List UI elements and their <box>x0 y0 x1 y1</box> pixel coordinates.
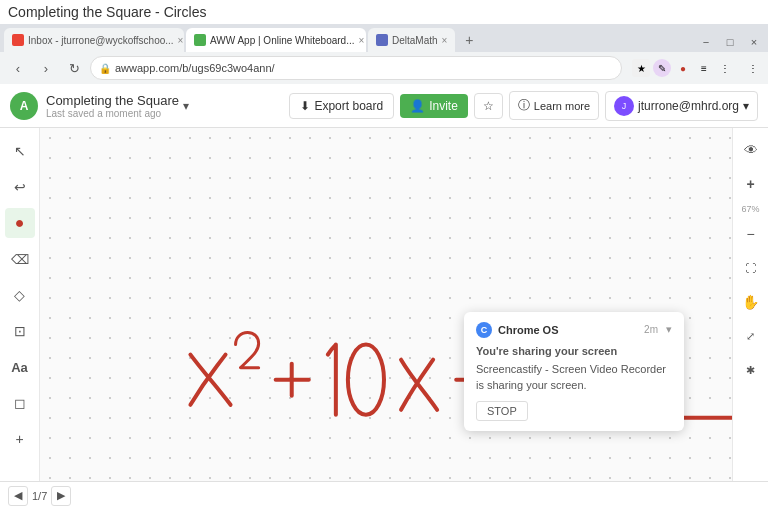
tab-aww-close[interactable]: × <box>359 35 365 46</box>
text-tool[interactable]: Aa <box>5 352 35 382</box>
aww-favicon <box>194 34 206 46</box>
star-icon: ☆ <box>483 99 494 113</box>
notification-body: You're sharing your screen Screencastify… <box>476 344 672 393</box>
pan-button[interactable]: ✋ <box>737 288 765 316</box>
extension-icons: ★ ✎ ● ≡ ⋮ <box>632 59 734 77</box>
aww-board-subtitle: Last saved a moment ago <box>46 108 179 119</box>
browser-tab-inbox[interactable]: Inbox - jturrone@wyckoffschoo... × <box>4 28 184 52</box>
gmail-favicon <box>12 34 24 46</box>
tab-aww-label: AWW App | Online Whiteboard... <box>210 35 355 46</box>
add-icon: + <box>15 431 23 447</box>
fit-screen-icon: ⛶ <box>745 262 756 274</box>
undo-icon: ↩ <box>14 179 26 195</box>
address-bar[interactable]: 🔒 awwapp.com/b/ugs69c3wo4ann/ <box>90 56 622 80</box>
plus-icon: + <box>746 176 754 192</box>
fullscreen-button[interactable]: ⤢ <box>737 322 765 350</box>
notification-dropdown-icon[interactable]: ▾ <box>666 323 672 336</box>
left-sidebar: ↖ ↩ ● ⌫ ◇ ⊡ Aa ◻ + <box>0 128 40 481</box>
ext-icon-4[interactable]: ≡ <box>695 59 713 77</box>
page-title-bar: Completing the Square - Circles <box>0 0 768 24</box>
browser-tab-deltamath[interactable]: DeltaMath × <box>368 28 455 52</box>
prev-icon: ◀ <box>14 489 22 502</box>
ext-icon-1[interactable]: ★ <box>632 59 650 77</box>
board-dropdown-button[interactable]: ▾ <box>183 99 189 113</box>
minimize-button[interactable]: − <box>696 32 716 52</box>
export-icon: ⬇ <box>300 99 310 113</box>
insert-tool[interactable]: ⊡ <box>5 316 35 346</box>
brush-icon: ● <box>15 214 25 232</box>
hand-icon: ✋ <box>742 294 759 310</box>
cursor-tool[interactable]: ↖ <box>5 136 35 166</box>
next-page-button[interactable]: ▶ <box>51 486 71 506</box>
notification-header: C Chrome OS 2m ▾ <box>476 322 672 338</box>
insert-icon: ⊡ <box>14 323 26 339</box>
text-icon: Aa <box>11 360 28 375</box>
svg-point-2 <box>348 345 384 415</box>
zoom-out-button[interactable]: − <box>737 220 765 248</box>
browser-tab-aww[interactable]: AWW App | Online Whiteboard... × <box>186 28 366 52</box>
pin-button[interactable]: ✱ <box>737 356 765 384</box>
notification-screen-share-body: Screencastify - Screen Video Recorder is… <box>476 362 672 393</box>
forward-button[interactable]: › <box>34 56 58 80</box>
stop-sharing-button[interactable]: STOP <box>476 401 528 421</box>
shapes-icon: ◇ <box>14 287 25 303</box>
tab-deltamath-label: DeltaMath <box>392 35 438 46</box>
info-button[interactable]: ⓘ Learn more <box>509 91 599 120</box>
aww-toolbar: A Completing the Square Last saved a mom… <box>0 84 768 128</box>
window-controls: − □ × <box>696 32 764 52</box>
ext-icon-2[interactable]: ✎ <box>653 59 671 77</box>
zoom-in-button[interactable]: + <box>737 170 765 198</box>
page-title: Completing the Square - Circles <box>8 4 206 20</box>
back-button[interactable]: ‹ <box>6 56 30 80</box>
eye-icon: 👁 <box>744 142 758 158</box>
maximize-button[interactable]: □ <box>720 32 740 52</box>
export-board-button[interactable]: ⬇ Export board <box>289 93 394 119</box>
pin-icon: ✱ <box>746 364 755 377</box>
right-sidebar: 👁 + 67% − ⛶ ✋ ⤢ ✱ <box>732 128 768 481</box>
new-tab-button[interactable]: + <box>457 28 481 52</box>
ext-icon-3[interactable]: ● <box>674 59 692 77</box>
fit-screen-button[interactable]: ⛶ <box>737 254 765 282</box>
aww-logo: A <box>10 92 38 120</box>
tab-inbox-close[interactable]: × <box>178 35 184 46</box>
prev-page-button[interactable]: ◀ <box>8 486 28 506</box>
notification-screen-share-title: You're sharing your screen <box>476 344 672 359</box>
fullscreen-icon: ⤢ <box>746 330 755 343</box>
aww-board-name: Completing the Square Last saved a momen… <box>46 93 179 119</box>
page-number-display: 1/7 <box>32 490 47 502</box>
notification-popup: C Chrome OS 2m ▾ You're sharing your scr… <box>464 312 684 431</box>
invite-icon: 👤 <box>410 99 425 113</box>
sticky-icon: ◻ <box>14 395 26 411</box>
info-icon: ⓘ <box>518 97 530 114</box>
visibility-button[interactable]: 👁 <box>737 136 765 164</box>
tab-inbox-label: Inbox - jturrone@wyckoffschoo... <box>28 35 174 46</box>
tab-deltamath-close[interactable]: × <box>442 35 448 46</box>
zoom-level-display: 67% <box>741 204 759 214</box>
user-dropdown-icon: ▾ <box>743 99 749 113</box>
cursor-icon: ↖ <box>14 143 26 159</box>
aww-board-title: Completing the Square <box>46 93 179 108</box>
star-button[interactable]: ☆ <box>474 93 503 119</box>
add-tool[interactable]: + <box>5 424 35 454</box>
browser-menu-button[interactable]: ⋮ <box>744 59 762 77</box>
ext-icon-5[interactable]: ⋮ <box>716 59 734 77</box>
refresh-button[interactable]: ↻ <box>62 56 86 80</box>
eraser-tool[interactable]: ⌫ <box>5 244 35 274</box>
brush-tool[interactable]: ● <box>5 208 35 238</box>
shapes-tool[interactable]: ◇ <box>5 280 35 310</box>
address-bar-url: awwapp.com/b/ugs69c3wo4ann/ <box>115 62 275 74</box>
sticky-note-tool[interactable]: ◻ <box>5 388 35 418</box>
invite-button[interactable]: 👤 Invite <box>400 94 468 118</box>
lock-icon: 🔒 <box>99 63 111 74</box>
canvas-area[interactable]: C Chrome OS 2m ▾ You're sharing your scr… <box>40 128 732 481</box>
browser-frame: Inbox - jturrone@wyckoffschoo... × AWW A… <box>0 24 768 84</box>
next-icon: ▶ <box>57 489 65 502</box>
user-avatar: J <box>614 96 634 116</box>
user-account-button[interactable]: J jturrone@mhrd.org ▾ <box>605 91 758 121</box>
close-button[interactable]: × <box>744 32 764 52</box>
notification-title-label: Chrome OS <box>498 324 638 336</box>
undo-button[interactable]: ↩ <box>5 172 35 202</box>
browser-tab-bar: Inbox - jturrone@wyckoffschoo... × AWW A… <box>0 24 768 52</box>
browser-controls: ‹ › ↻ 🔒 awwapp.com/b/ugs69c3wo4ann/ ★ ✎ … <box>0 52 768 84</box>
main-area: ↖ ↩ ● ⌫ ◇ ⊡ Aa ◻ + <box>0 128 768 481</box>
